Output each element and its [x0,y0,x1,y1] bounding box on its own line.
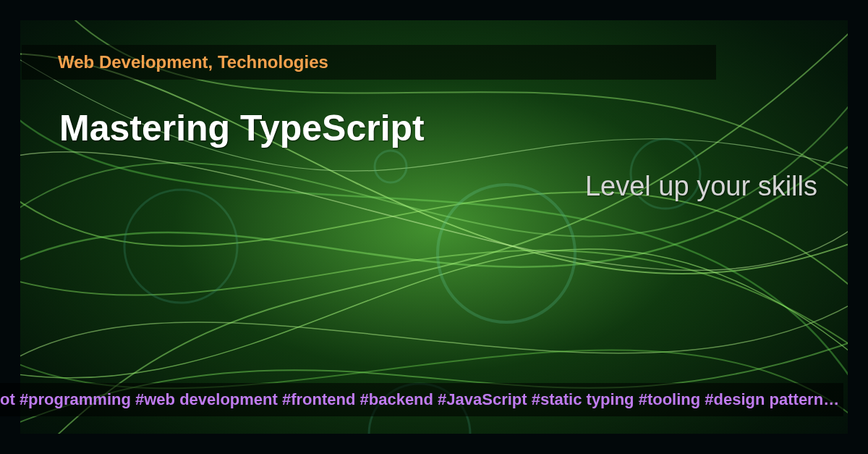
hashtags-bar: ot #programming #web development #fronte… [0,383,843,416]
hashtags-text: ot #programming #web development #fronte… [0,390,843,408]
categories-text: Web Development, Technologies [58,52,328,72]
svg-point-4 [375,151,407,182]
svg-point-0 [438,185,575,322]
categories-bar: Web Development, Technologies [22,45,716,80]
page-subtitle: Level up your skills [585,171,817,202]
page-title: Mastering TypeScript [59,107,425,149]
